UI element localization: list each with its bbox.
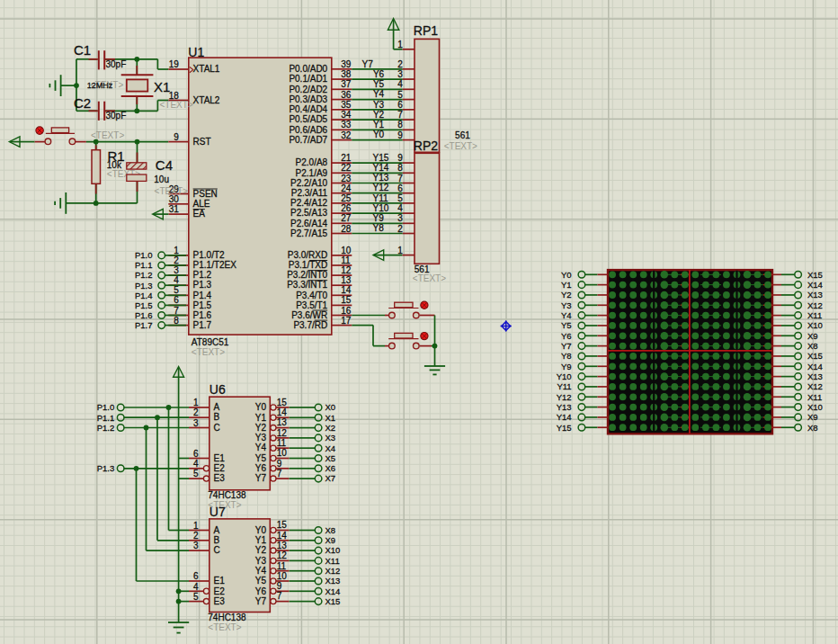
svg-text:X14: X14 [325,586,341,596]
svg-text:X0: X0 [325,402,336,412]
svg-text:X15: X15 [807,351,823,361]
svg-text:5: 5 [397,90,403,100]
svg-text:6: 6 [397,100,403,110]
svg-text:Y11: Y11 [557,381,571,391]
svg-text:Y14: Y14 [373,163,389,173]
svg-text:23: 23 [341,174,352,183]
svg-text:9: 9 [397,130,403,140]
svg-text:<TEXT>: <TEXT> [91,130,124,140]
svg-text:AT89C51: AT89C51 [192,337,229,347]
svg-text:31: 31 [169,204,180,214]
svg-text:3: 3 [193,541,199,550]
svg-text:P1.1/T2EX: P1.1/T2EX [193,260,237,270]
svg-text:6: 6 [174,295,179,305]
svg-text:P1.3: P1.3 [135,281,153,291]
svg-text:Y0: Y0 [255,402,267,412]
svg-text:5: 5 [397,193,403,203]
svg-text:Y4: Y4 [255,443,267,452]
svg-text:<TEXT>: <TEXT> [160,100,193,110]
svg-text:X9: X9 [807,412,818,422]
svg-text:X4: X4 [325,443,336,453]
svg-text:C1: C1 [74,42,91,58]
svg-text:C: C [214,423,220,433]
svg-text:34: 34 [341,110,352,120]
svg-text:P2.7/A15: P2.7/A15 [290,228,328,238]
svg-text:15: 15 [277,520,288,530]
svg-text:8: 8 [397,163,403,173]
svg-text:P1.1: P1.1 [97,413,115,423]
svg-text:Y3: Y3 [373,100,385,110]
svg-text:6: 6 [397,183,403,193]
svg-text:10: 10 [277,571,288,581]
svg-text:Y8: Y8 [561,351,572,361]
svg-text:P1.2: P1.2 [193,270,212,280]
svg-text:28: 28 [341,224,352,234]
svg-text:Y6: Y6 [255,586,267,596]
svg-text:X1: X1 [154,79,170,94]
svg-text:X5: X5 [325,453,336,463]
svg-text:P1.0/T2: P1.0/T2 [193,250,225,260]
svg-text:9: 9 [277,459,282,469]
svg-text:39: 39 [341,59,352,69]
svg-text:Y10: Y10 [373,203,389,213]
svg-text:P1.0: P1.0 [135,250,153,260]
svg-text:B: B [214,535,220,545]
svg-text:P1.2: P1.2 [97,423,115,433]
svg-text:Y0: Y0 [561,270,572,280]
svg-text:4: 4 [397,203,403,213]
svg-text:P1.0: P1.0 [97,402,115,412]
svg-text:P0.6/AD6: P0.6/AD6 [289,125,327,135]
svg-text:4: 4 [193,582,199,592]
svg-text:Y15: Y15 [557,423,572,433]
svg-text:1: 1 [397,246,403,255]
svg-text:32: 32 [341,130,352,140]
svg-text:X9: X9 [325,535,336,545]
svg-text:Y5: Y5 [255,576,267,586]
svg-text:1: 1 [193,398,199,407]
svg-text:Y12: Y12 [373,183,389,192]
svg-text:Y7: Y7 [255,473,267,483]
svg-text:36: 36 [341,90,352,100]
svg-text:P0.2/AD2: P0.2/AD2 [289,85,327,94]
svg-text:P3.7/RD: P3.7/RD [293,320,327,330]
svg-text:A: A [214,525,220,535]
svg-text:C2: C2 [74,95,91,111]
svg-text:P0.0/AD0: P0.0/AD0 [289,64,327,74]
svg-text:74HC138: 74HC138 [208,613,246,622]
svg-text:X12: X12 [807,300,823,310]
svg-text:X8: X8 [325,525,336,535]
svg-text:22: 22 [341,163,352,173]
svg-text:Y8: Y8 [373,223,385,233]
svg-text:Y1: Y1 [373,120,385,130]
svg-text:RP1: RP1 [414,23,438,38]
svg-text:E1: E1 [214,576,226,586]
svg-text:P1.5: P1.5 [135,300,153,310]
svg-text:P1.5: P1.5 [193,300,212,310]
svg-text:Y4: Y4 [561,310,572,320]
svg-text:8: 8 [397,120,403,130]
svg-text:<TEXT>: <TEXT> [192,347,225,357]
svg-text:Y11: Y11 [373,193,388,203]
svg-text:XTAL2: XTAL2 [193,95,220,105]
svg-text:C4: C4 [156,157,173,173]
svg-text:X2: X2 [325,423,336,433]
svg-text:Y4: Y4 [255,566,267,576]
svg-text:3: 3 [397,213,403,223]
svg-text:14: 14 [277,407,288,417]
svg-text:3: 3 [174,265,179,275]
svg-text:P3.2/INT0: P3.2/INT0 [287,270,327,280]
svg-text:17: 17 [341,316,352,326]
svg-text:P1.3: P1.3 [193,280,212,290]
svg-text:13: 13 [277,541,288,550]
svg-text:X10: X10 [325,545,341,555]
svg-text:A: A [214,402,220,412]
svg-text:11: 11 [277,561,287,571]
svg-text:P1.7: P1.7 [135,320,153,330]
svg-text:P2.4/A12: P2.4/A12 [290,198,328,208]
svg-text:P1.4: P1.4 [135,291,153,300]
svg-text:P3.5/T1: P3.5/T1 [296,300,327,310]
svg-text:Y6: Y6 [255,463,267,473]
svg-text:Y7: Y7 [362,59,374,69]
svg-text:11: 11 [341,255,351,265]
svg-text:14: 14 [277,531,288,541]
